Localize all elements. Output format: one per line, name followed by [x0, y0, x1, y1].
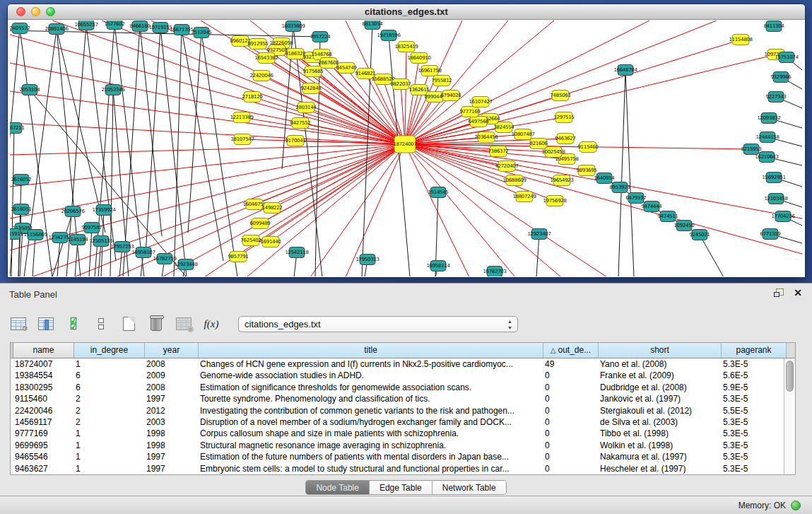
- edge[interactable]: [362, 24, 372, 276]
- graph-node[interactable]: 8466160: [129, 21, 150, 32]
- cell-title[interactable]: Structural magnetic resonance image aver…: [196, 440, 541, 451]
- row-checks-icon[interactable]: ☑☑: [64, 315, 83, 332]
- table-scrollbar[interactable]: [784, 358, 795, 474]
- cell-short[interactable]: Franke et al. (2009): [596, 370, 719, 381]
- cell-pagerank[interactable]: 5.3E-5: [719, 428, 784, 439]
- graph-node[interactable]: 9893695: [576, 165, 596, 176]
- column-header-title[interactable]: title: [199, 343, 543, 358]
- function-builder-icon[interactable]: f(x): [202, 315, 220, 332]
- graph-node[interactable]: 1297515: [553, 112, 574, 123]
- graph-node[interactable]: 6771359: [760, 229, 780, 240]
- graph-node[interactable]: 1498222: [261, 203, 282, 214]
- graph-node[interactable]: 18640910: [407, 53, 430, 64]
- graph-node[interactable]: 10688609: [502, 175, 526, 186]
- table-settings-icon[interactable]: ⚙: [9, 315, 28, 332]
- graph-node[interactable]: 9777169: [459, 107, 480, 117]
- table-row[interactable]: 2242004622012Investigating the contribut…: [11, 405, 784, 416]
- column-header-outde[interactable]: △out_de...: [543, 343, 599, 358]
- cell-indegree[interactable]: 6: [71, 370, 142, 381]
- graph-node[interactable]: 1514545: [428, 187, 448, 198]
- graph-node[interactable]: 9097587: [81, 223, 102, 233]
- graph-node[interactable]: 2803144: [295, 103, 317, 113]
- table-row[interactable]: 911546021997Tourette syndrome. Phenomeno…: [11, 393, 784, 404]
- graph-node[interactable]: 9175685: [302, 66, 323, 77]
- cell-indegree[interactable]: 6: [71, 382, 142, 393]
- edge[interactable]: [174, 30, 182, 276]
- citation-edge[interactable]: [405, 47, 406, 144]
- graph-node[interactable]: 2053104: [19, 85, 40, 95]
- close-panel-icon[interactable]: ✕: [794, 288, 802, 297]
- graph-node[interactable]: 12542118: [285, 247, 308, 258]
- graph-node[interactable]: 2616052: [11, 175, 31, 185]
- edge[interactable]: [33, 235, 35, 276]
- cell-indegree[interactable]: 1: [71, 451, 142, 462]
- edge[interactable]: [52, 211, 73, 276]
- graph-node[interactable]: 7485063: [550, 90, 570, 101]
- graph-node[interactable]: 1092450: [673, 221, 694, 231]
- cell-title[interactable]: Corpus callosum shape and size in male p…: [196, 428, 541, 439]
- graph-node[interactable]: 9245021: [689, 230, 710, 240]
- citation-edge[interactable]: [271, 144, 405, 242]
- table-row[interactable]: 1830029562008Estimation of significance …: [11, 382, 784, 393]
- cell-indegree[interactable]: 2: [71, 393, 142, 404]
- cell-name[interactable]: 19384554: [11, 370, 71, 381]
- graph-node[interactable]: 20206576: [61, 206, 85, 217]
- cell-pagerank[interactable]: 5.9E-5: [719, 382, 784, 393]
- citation-edge[interactable]: [10, 35, 405, 144]
- graph-node[interactable]: 7857224: [310, 32, 331, 42]
- cell-short[interactable]: Tibbo et al. (1998): [596, 428, 719, 439]
- edge[interactable]: [700, 235, 724, 276]
- column-header-short[interactable]: short: [599, 343, 722, 358]
- graph-node[interactable]: 7625402: [240, 235, 261, 246]
- cell-name[interactable]: 9463627: [11, 463, 71, 474]
- cell-outde[interactable]: 0: [541, 463, 596, 474]
- cell-outde[interactable]: 0: [541, 451, 596, 462]
- graph-node[interactable]: 6794028: [440, 90, 461, 101]
- tab-network-table[interactable]: Network Table: [433, 481, 506, 494]
- graph-node[interactable]: 16033809: [281, 21, 305, 32]
- edge[interactable]: [10, 28, 20, 197]
- graph-node[interactable]: 16671355: [170, 25, 193, 35]
- graph-node[interactable]: 10807487: [511, 129, 534, 140]
- graph-node[interactable]: 2616051: [11, 204, 31, 215]
- cell-year[interactable]: 1998: [142, 428, 196, 439]
- graph-node[interactable]: 9463627: [555, 134, 575, 144]
- cell-name[interactable]: 18300295: [11, 382, 71, 393]
- cell-pagerank[interactable]: 5.3E-5: [719, 451, 784, 462]
- graph-node[interactable]: 8912955: [247, 39, 268, 49]
- cell-pagerank[interactable]: 5.3E-5: [719, 416, 784, 428]
- tab-node-table[interactable]: Node Table: [306, 481, 370, 494]
- graph-node[interactable]: 17957253: [110, 242, 134, 252]
- cell-indegree[interactable]: 1: [71, 440, 142, 451]
- citation-edge[interactable]: [405, 21, 508, 144]
- graph-node[interactable]: 11154808: [729, 35, 752, 45]
- graph-node[interactable]: 7955812: [431, 76, 452, 86]
- graph-node[interactable]: 10719155: [148, 23, 172, 33]
- graph-node[interactable]: 18325419: [394, 42, 418, 52]
- table-row[interactable]: 946362711997Embryonic stem cells: a mode…: [11, 463, 784, 474]
- graph-node[interactable]: 6497568: [468, 117, 488, 127]
- graph-node[interactable]: 1527602: [104, 21, 124, 30]
- cell-pagerank[interactable]: 5.6E-5: [719, 370, 784, 381]
- graph-node[interactable]: 9474444: [641, 201, 662, 212]
- cell-pagerank[interactable]: 5.3E-5: [719, 358, 784, 370]
- column-header-year[interactable]: year: [145, 343, 199, 358]
- table-row[interactable]: 1872400712008Changes of HCN gene express…: [11, 358, 784, 370]
- edge[interactable]: [160, 28, 187, 276]
- edge[interactable]: [536, 234, 539, 276]
- citation-edge[interactable]: [10, 144, 405, 155]
- graph-node[interactable]: 18724007: [393, 136, 416, 153]
- graph-node[interactable]: 12444158: [755, 132, 779, 143]
- edge[interactable]: [11, 128, 14, 276]
- graph-node[interactable]: 17950313: [355, 255, 379, 265]
- cell-name[interactable]: 9777169: [11, 428, 71, 439]
- edge[interactable]: [146, 28, 160, 254]
- graph-node[interactable]: 19756928: [543, 196, 566, 206]
- cell-year[interactable]: 1997: [142, 463, 196, 474]
- citation-edge[interactable]: [405, 54, 776, 144]
- cell-outde[interactable]: 0: [541, 416, 596, 428]
- tab-edge-table[interactable]: Edge Table: [370, 481, 433, 494]
- cell-name[interactable]: 22420046: [11, 405, 71, 416]
- cell-name[interactable]: 9699695: [11, 440, 71, 451]
- cell-title[interactable]: Changes of HCN gene expression and I(f) …: [196, 358, 541, 370]
